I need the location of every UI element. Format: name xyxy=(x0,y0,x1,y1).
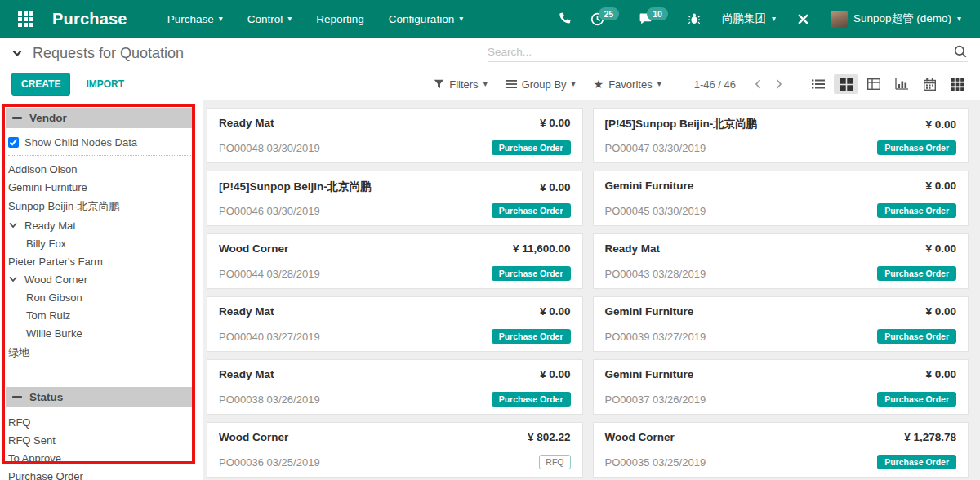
status-badge: Purchase Order xyxy=(492,329,571,344)
filters-button[interactable]: Filters ▾ xyxy=(434,78,487,91)
vendor-filter-label: Ron Gibson xyxy=(26,291,82,304)
kanban-card[interactable]: Gemini Furniture ¥ 0.00 PO00045 03/30/20… xyxy=(593,171,969,226)
caret-down-icon: ▾ xyxy=(657,80,662,88)
grid-view-button[interactable] xyxy=(945,74,969,94)
vendor-filter-item[interactable]: Wood Corner xyxy=(0,270,203,288)
user-menu[interactable]: Sunpop超管 (demo) ▾ xyxy=(823,0,969,38)
vendor-filter-label: Ready Mat xyxy=(24,220,76,232)
card-reference-date: PO00037 03/26/2019 xyxy=(605,393,706,406)
vendor-filter-label: Billy Fox xyxy=(26,238,66,250)
card-reference-date: PO00035 03/25/2019 xyxy=(605,456,706,469)
vendor-filter-item[interactable]: Tom Ruiz xyxy=(0,306,203,324)
status-section-title: Status xyxy=(29,391,63,403)
search-panel-sidebar: Vendor Show Child Nodes Data Addison Ols… xyxy=(0,100,203,480)
content-area: Vendor Show Child Nodes Data Addison Ols… xyxy=(0,100,980,480)
status-section-header[interactable]: Status xyxy=(6,387,194,407)
card-vendor-name: Gemini Furniture xyxy=(605,305,694,318)
search-input[interactable] xyxy=(488,46,953,58)
kanban-card[interactable]: [P!45]Sunpop Beijin-北京尚鹏 ¥ 0.00 PO00046 … xyxy=(207,171,583,226)
status-filter-item[interactable]: Purchase Order xyxy=(0,467,203,480)
kanban-card[interactable]: Wood Corner ¥ 802.22 PO00036 03/25/2019 … xyxy=(207,422,583,478)
vendor-filter-item[interactable]: Sunpop Beijin-北京尚鹏 xyxy=(0,196,203,216)
bug-icon xyxy=(688,12,701,25)
graph-view-button[interactable] xyxy=(889,74,914,94)
card-amount: ¥ 0.00 xyxy=(540,305,571,318)
menu-item-label: Configuration xyxy=(389,13,454,25)
apps-menu-button[interactable] xyxy=(11,5,39,33)
vendor-filter-label: Wood Corner xyxy=(24,273,87,286)
card-vendor-name: [P!45]Sunpop Beijin-北京尚鹏 xyxy=(219,180,372,194)
menu-item[interactable]: Control ▾ xyxy=(235,0,305,38)
kanban-view-button[interactable] xyxy=(834,74,858,94)
kanban-card[interactable]: Gemini Furniture ¥ 0.00 PO00039 03/27/20… xyxy=(593,296,969,352)
status-filter-item[interactable]: To Approve xyxy=(0,449,203,467)
group-by-button[interactable]: Group By ▾ xyxy=(506,78,576,91)
caret-down-icon: ▾ xyxy=(459,15,463,23)
import-button[interactable]: IMPORT xyxy=(86,78,124,90)
phone-button[interactable] xyxy=(552,0,577,38)
filters-label: Filters xyxy=(449,78,478,91)
card-reference-date: PO00048 03/30/2019 xyxy=(219,142,320,154)
vendor-filter-item[interactable]: Pieter Parter's Farm xyxy=(0,252,203,270)
menu-item-label: Reporting xyxy=(316,13,364,25)
card-vendor-name: Ready Mat xyxy=(219,368,274,380)
menu-item[interactable]: Reporting xyxy=(304,0,376,38)
kanban-card[interactable]: Wood Corner ¥ 11,600.00 PO00044 03/28/20… xyxy=(207,233,583,289)
vendor-filter-item[interactable]: Addison Olson xyxy=(0,160,203,178)
kanban-card[interactable]: Ready Mat ¥ 0.00 PO00048 03/30/2019 Purc… xyxy=(207,108,583,163)
card-vendor-name: Wood Corner xyxy=(219,242,288,255)
debug-button[interactable] xyxy=(682,0,706,38)
menu-item[interactable]: Configuration ▾ xyxy=(376,0,475,38)
pager-next-button[interactable] xyxy=(768,75,790,93)
menu-item[interactable]: Purchase ▾ xyxy=(155,0,235,38)
kanban-card[interactable]: Ready Mat ¥ 0.00 PO00043 03/28/2019 Purc… xyxy=(593,233,969,289)
card-amount: ¥ 0.00 xyxy=(925,242,956,255)
vendor-filter-item[interactable]: 绿地 xyxy=(0,342,203,362)
card-amount: ¥ 0.00 xyxy=(925,305,956,318)
messages-button[interactable]: 10 xyxy=(633,0,674,38)
vendor-filter-item[interactable]: Gemini Furniture xyxy=(0,178,203,196)
status-filter-item[interactable]: RFQ Sent xyxy=(0,431,203,449)
support-tools-button[interactable] xyxy=(791,0,815,38)
list-view-button[interactable] xyxy=(806,74,831,94)
status-badge: Purchase Order xyxy=(877,392,956,407)
status-list: RFQ RFQ Sent To Approve Purchase Order xyxy=(0,413,203,480)
kanban-card[interactable]: Wood Corner ¥ 1,278.78 PO00035 03/25/201… xyxy=(593,422,969,478)
calendar-view-button[interactable] xyxy=(917,74,942,94)
vendor-section-header[interactable]: Vendor xyxy=(6,108,194,128)
vendor-filter-item[interactable]: Ron Gibson xyxy=(0,288,203,306)
breadcrumb[interactable]: Requests for Quotation xyxy=(0,45,184,62)
show-child-nodes-checkbox[interactable] xyxy=(8,137,19,148)
kanban-card[interactable]: Ready Mat ¥ 0.00 PO00038 03/26/2019 Purc… xyxy=(207,359,583,415)
status-badge: Purchase Order xyxy=(877,455,956,469)
status-filter-item[interactable]: RFQ xyxy=(0,413,203,431)
status-badge: Purchase Order xyxy=(877,203,956,218)
company-switcher[interactable]: 尚鹏集团 ▾ xyxy=(715,0,783,38)
card-reference-date: PO00036 03/25/2019 xyxy=(219,456,320,469)
show-child-nodes-option[interactable]: Show Child Nodes Data xyxy=(0,134,203,155)
pivot-view-button[interactable] xyxy=(862,74,886,94)
user-name: Sunpop超管 (demo) xyxy=(853,11,951,26)
search-icon[interactable] xyxy=(953,44,968,59)
card-reference-date: PO00038 03/26/2019 xyxy=(219,393,320,406)
vendor-filter-item[interactable]: Billy Fox xyxy=(0,234,203,252)
create-button[interactable]: CREATE xyxy=(11,73,70,96)
pager-previous-button[interactable] xyxy=(747,75,768,93)
control-panel-top: Requests for Quotation xyxy=(0,38,980,69)
status-filter-label: RFQ xyxy=(8,416,30,429)
vendor-filter-item[interactable]: Willie Burke xyxy=(0,324,203,342)
apps-grid-icon xyxy=(18,11,33,27)
favorites-label: Favorites xyxy=(608,78,652,91)
vendor-filter-item[interactable]: Ready Mat xyxy=(0,216,203,234)
favorites-button[interactable]: ★ Favorites ▾ xyxy=(594,78,662,91)
navbar-right: 25 10 尚鹏集团 ▾ Sunpop超管 (demo) xyxy=(552,0,969,38)
vendor-filter-label: Sunpop Beijin-北京尚鹏 xyxy=(8,199,120,214)
activities-button[interactable]: 25 xyxy=(585,0,626,38)
caret-down-icon: ▾ xyxy=(219,15,223,23)
kanban-card[interactable]: [P!45]Sunpop Beijin-北京尚鹏 ¥ 0.00 PO00047 … xyxy=(593,108,969,163)
kanban-card[interactable]: Ready Mat ¥ 0.00 PO00040 03/27/2019 Purc… xyxy=(207,296,583,352)
status-badge: Purchase Order xyxy=(877,329,956,344)
graph-view-icon xyxy=(895,78,908,90)
group-by-icon xyxy=(506,79,517,89)
kanban-card[interactable]: Gemini Furniture ¥ 0.00 PO00037 03/26/20… xyxy=(593,359,969,415)
